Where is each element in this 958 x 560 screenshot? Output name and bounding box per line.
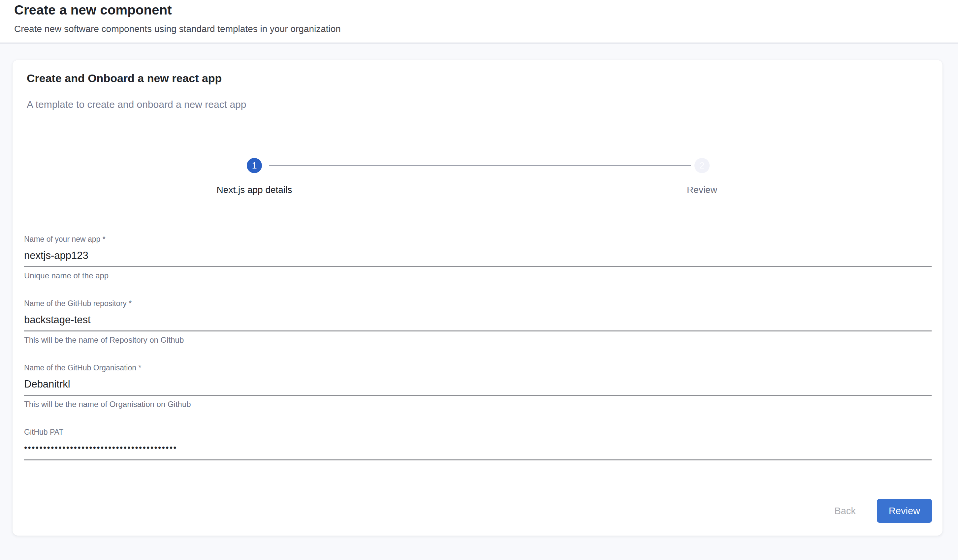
- step-1-number: 1: [252, 160, 257, 171]
- app-name-helper: Unique name of the app: [24, 271, 932, 280]
- field-org-name: Name of the GitHub Organisation * This w…: [24, 363, 932, 409]
- field-github-pat: GitHub PAT: [24, 428, 932, 460]
- step-1-label: Next.js app details: [172, 185, 337, 195]
- repo-name-helper: This will be the name of Repository on G…: [24, 335, 932, 345]
- app-details-form: Name of your new app * Unique name of th…: [24, 235, 932, 479]
- template-wizard-card: Create and Onboard a new react app A tem…: [13, 60, 942, 536]
- step-1-indicator: 1: [247, 158, 262, 173]
- card-title: Create and Onboard a new react app: [27, 72, 222, 85]
- org-name-input[interactable]: [24, 375, 932, 396]
- page-subtitle: Create new software components using sta…: [14, 24, 341, 34]
- back-button[interactable]: Back: [830, 506, 860, 516]
- card-description: A template to create and onboard a new r…: [27, 99, 246, 110]
- step-2-number: 2: [699, 160, 704, 171]
- app-name-input[interactable]: [24, 246, 932, 267]
- repo-name-input[interactable]: [24, 311, 932, 332]
- org-name-helper: This will be the name of Organisation on…: [24, 400, 932, 409]
- step-2-label: Review: [652, 185, 752, 195]
- org-name-label: Name of the GitHub Organisation *: [24, 363, 932, 372]
- stepper-connector: [269, 165, 691, 166]
- wizard-actions: Back Review: [830, 499, 932, 523]
- repo-name-label: Name of the GitHub repository *: [24, 299, 932, 308]
- github-pat-label: GitHub PAT: [24, 428, 932, 437]
- review-button[interactable]: Review: [877, 499, 932, 523]
- page-header: Create a new component Create new softwa…: [0, 0, 958, 44]
- field-app-name: Name of your new app * Unique name of th…: [24, 235, 932, 280]
- step-2-indicator: 2: [695, 158, 710, 173]
- page-title: Create a new component: [14, 3, 172, 17]
- app-name-label: Name of your new app *: [24, 235, 932, 244]
- github-pat-input[interactable]: [24, 439, 932, 460]
- field-repo-name: Name of the GitHub repository * This wil…: [24, 299, 932, 345]
